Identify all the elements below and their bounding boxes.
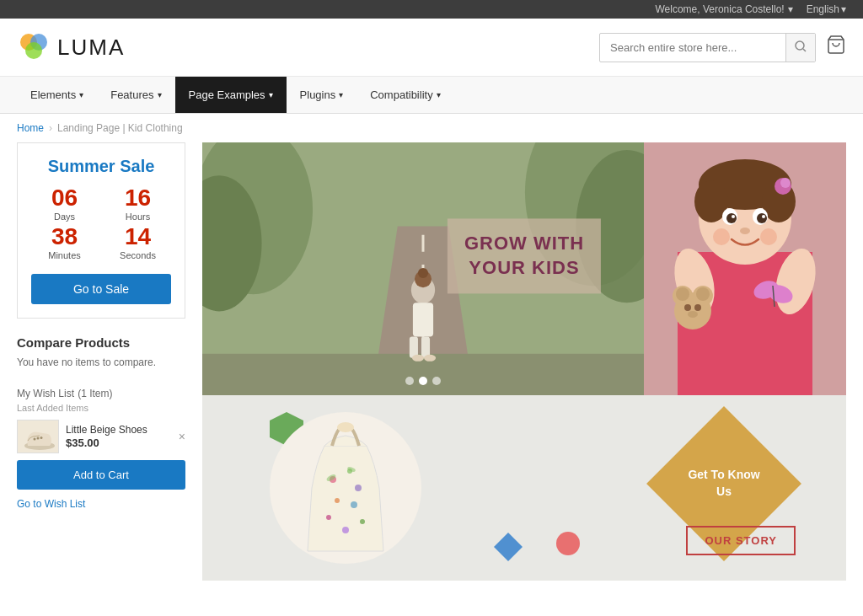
nav-caret-compatibility: ▾: [437, 90, 441, 99]
hero-dot-2[interactable]: [419, 377, 427, 385]
svg-point-8: [37, 437, 40, 439]
countdown: 06 Days 16 Hours 38 Minutes 14 Seconds: [31, 186, 171, 260]
nav-item-page-examples[interactable]: Page Examples ▾: [175, 77, 287, 113]
breadcrumb-home[interactable]: Home: [17, 122, 44, 134]
svg-point-33: [780, 178, 791, 188]
svg-point-52: [688, 311, 698, 318]
svg-point-63: [360, 519, 365, 524]
nav: Elements ▾ Features ▾ Page Examples ▾ Pl…: [0, 77, 863, 114]
nav-caret-elements: ▾: [79, 90, 83, 99]
blue-diamond: [494, 533, 523, 561]
header: LUMA: [0, 19, 863, 77]
sidebar: Summer Sale 06 Days 16 Hours 38 Minutes …: [17, 142, 185, 581]
nav-item-plugins[interactable]: Plugins ▾: [287, 77, 357, 113]
get-to-know-text: Get To Know Us: [688, 467, 759, 500]
search-box: [599, 33, 816, 62]
wish-list-title: My Wish List (1 Item): [17, 385, 185, 399]
hours-label: Hours: [105, 212, 171, 222]
svg-point-23: [424, 355, 436, 362]
hero-headline: GROW WITH YOUR KIDS: [464, 232, 584, 280]
welcome-caret[interactable]: ▾: [788, 3, 793, 15]
svg-rect-19: [413, 303, 433, 336]
nav-item-compatibility[interactable]: Compatibility ▾: [356, 77, 453, 113]
compare-products-title: Compare Products: [17, 335, 185, 350]
svg-point-59: [355, 485, 362, 491]
svg-point-3: [796, 41, 804, 50]
svg-point-51: [694, 304, 701, 311]
minutes-block: 38 Minutes: [31, 225, 98, 260]
svg-point-62: [326, 515, 331, 520]
hero-inner: GROW WITH YOUR KIDS: [202, 142, 846, 395]
product-circle-container: [270, 412, 421, 564]
wish-list-item-thumbnail: [17, 420, 59, 453]
logo[interactable]: LUMA: [17, 30, 125, 64]
hero-right: [644, 142, 846, 395]
wish-list-item-price: $35.00: [66, 437, 172, 449]
compare-products-widget: Compare Products You have no items to co…: [17, 335, 185, 368]
seconds-block: 14 Seconds: [105, 225, 171, 260]
breadcrumb-current: Landing Page | Kid Clothing: [57, 122, 183, 134]
svg-point-48: [676, 287, 689, 301]
pink-circle: [556, 532, 580, 555]
svg-line-4: [803, 49, 806, 51]
svg-point-61: [351, 501, 357, 508]
wish-list-subtitle: Last Added Items: [17, 403, 185, 413]
wish-list-item-name: Little Beige Shoes: [66, 424, 172, 437]
wish-list-item-info: Little Beige Shoes $35.00: [66, 424, 172, 450]
below-hero-section: Get To Know Us OUR STORY: [202, 395, 846, 581]
svg-point-64: [342, 527, 349, 533]
header-right: [599, 33, 846, 62]
wish-list-widget: My Wish List (1 Item) Last Added Items: [17, 385, 185, 510]
language-selector[interactable]: English ▾: [807, 3, 846, 15]
days-number: 06: [31, 186, 98, 210]
logo-text: LUMA: [57, 35, 125, 61]
svg-point-41: [713, 228, 730, 245]
svg-point-36: [726, 213, 737, 223]
nav-caret-features: ▾: [158, 90, 162, 99]
days-block: 06 Days: [31, 186, 98, 222]
minutes-label: Minutes: [31, 250, 98, 260]
welcome-message: Welcome, Veronica Costello! ▾: [655, 3, 792, 15]
svg-point-22: [412, 355, 424, 362]
main-area: GROW WITH YOUR KIDS: [202, 142, 846, 581]
wish-list-remove-button[interactable]: ×: [179, 431, 185, 442]
hero-overlay-text: GROW WITH YOUR KIDS: [448, 218, 601, 293]
hero-dot-1[interactable]: [405, 377, 414, 385]
nav-item-features[interactable]: Features ▾: [97, 77, 174, 113]
svg-point-9: [40, 437, 43, 439]
hours-number: 16: [105, 186, 171, 210]
go-to-wish-list-link[interactable]: Go to Wish List: [17, 498, 85, 510]
search-button[interactable]: [785, 34, 815, 62]
breadcrumb: Home › Landing Page | Kid Clothing: [0, 114, 863, 142]
seconds-number: 14: [105, 225, 171, 249]
nav-item-elements[interactable]: Elements ▾: [17, 77, 97, 113]
logo-icon: [17, 30, 51, 64]
product-circle: [270, 412, 421, 564]
breadcrumb-separator: ›: [49, 122, 52, 134]
svg-point-50: [684, 304, 691, 311]
svg-point-2: [25, 42, 42, 59]
lang-caret: ▾: [841, 3, 846, 15]
compare-products-empty: You have no items to compare.: [17, 356, 185, 368]
svg-point-25: [418, 268, 428, 278]
goto-sale-button[interactable]: Go to Sale: [31, 274, 171, 304]
top-bar: Welcome, Veronica Costello! ▾ English ▾: [0, 0, 863, 19]
svg-point-38: [732, 215, 735, 218]
svg-point-42: [760, 228, 777, 245]
shoe-image: [21, 422, 55, 452]
days-label: Days: [31, 212, 98, 222]
cart-icon[interactable]: [826, 35, 846, 60]
svg-point-49: [696, 287, 710, 301]
main-content: Summer Sale 06 Days 16 Hours 38 Minutes …: [0, 142, 863, 597]
summer-sale-title: Summer Sale: [31, 157, 171, 176]
wish-list-count: (1 Item): [78, 388, 112, 399]
hero-dot-3[interactable]: [432, 377, 441, 385]
hours-block: 16 Hours: [105, 186, 171, 222]
search-input[interactable]: [600, 35, 785, 61]
svg-point-39: [762, 215, 765, 218]
add-to-cart-button[interactable]: Add to Cart: [17, 460, 185, 490]
hero-right-image: [644, 142, 846, 395]
svg-point-37: [757, 213, 767, 223]
our-story-button[interactable]: OUR STORY: [686, 526, 796, 555]
dress-image: [295, 420, 396, 555]
